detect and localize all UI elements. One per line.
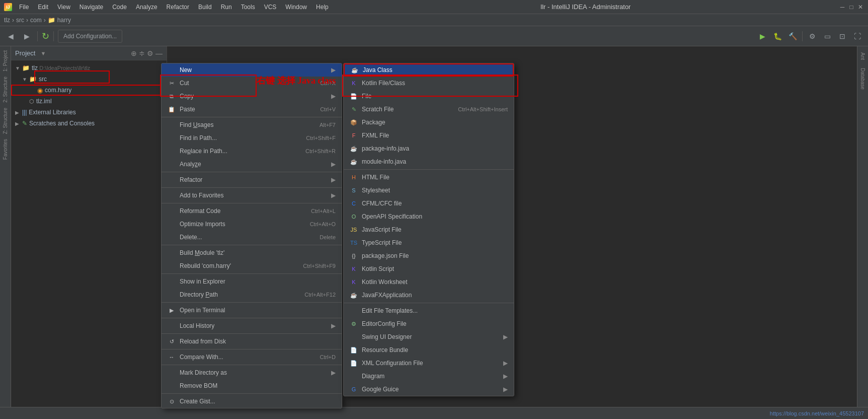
ctx-item-dir-path[interactable]: Directory Path Ctrl+Alt+F12 [162,288,342,301]
sub-item-scratch[interactable]: ✎ Scratch File Ctrl+Alt+Shift+Insert [344,103,514,116]
sub-item-html[interactable]: H HTML File [344,171,514,184]
sub-item-google-guice[interactable]: G Google Guice ▶ [344,383,514,396]
ctx-item-cut[interactable]: ✂ Cut Ctrl+X [162,77,342,90]
sub-item-package-info[interactable]: ☕ package-info.java [344,142,514,155]
menu-refactor[interactable]: Refactor [163,3,193,12]
menu-edit[interactable]: Edit [34,3,52,12]
minimize-button[interactable]: ─ [839,4,846,11]
maximize-button[interactable]: □ [848,4,855,11]
ctx-item-copy[interactable]: ⧉ Copy ▶ [162,90,342,103]
sub-item-fxml[interactable]: F FXML File [344,129,514,142]
breadcrumb-harry[interactable]: harry [57,17,71,24]
breadcrumb-src[interactable]: src [16,17,24,24]
ctx-item-rebuild[interactable]: Rebuild 'com.harry' Ctrl+Shift+F9 [162,259,342,272]
ant-strip-label[interactable]: Ant [859,48,866,64]
sub-item-package[interactable]: 📦 Package [344,116,514,129]
ctx-item-dir-path-left: Directory Path [168,291,218,299]
run-button[interactable]: ▶ [756,30,769,43]
build-button[interactable]: 🔨 [786,30,799,43]
ctx-item-remove-bom[interactable]: Remove BOM [162,379,342,392]
panel-settings-icon[interactable]: ⚙ [147,49,153,57]
menu-view[interactable]: View [53,3,74,12]
menu-help[interactable]: Help [312,3,333,12]
ctx-item-find-usages[interactable]: Find Usages Alt+F7 [162,118,342,131]
sub-item-stylesheet[interactable]: S Stylesheet [344,184,514,197]
breadcrumb-com[interactable]: com [30,17,42,24]
ctx-item-reformat[interactable]: Reformat Code Ctrl+Alt+L [162,204,342,218]
menu-run[interactable]: Run [217,3,236,12]
menu-analyze[interactable]: Analyze [132,3,162,12]
settings-button[interactable]: ⚙ [806,30,819,43]
project-strip-icon[interactable]: 1: Project [2,48,9,74]
sub-item-kotlin[interactable]: K Kotlin File/Class [344,77,514,90]
sub-item-diagram[interactable]: Diagram ▶ [344,370,514,383]
sub-item-package-json-left: {} package.json File [350,252,409,260]
breadcrumb-tlz[interactable]: tlz [4,17,10,24]
structure-strip-icon[interactable]: 2: Structure [2,75,9,105]
panel-collapse-icon[interactable]: ≑ [139,49,145,57]
ctx-item-mark-dir[interactable]: Mark Directory as ▶ [162,366,342,379]
ctx-item-paste[interactable]: 📋 Paste Ctrl+V [162,103,342,116]
ctx-item-build-module[interactable]: Build Module 'tlz' [162,246,342,259]
tree-item-external-libs[interactable]: ▶ ||| External Libraries [11,107,167,118]
ctx-item-replace-path[interactable]: Replace in Path... Ctrl+Shift+R [162,145,342,158]
tree-item-scratches[interactable]: ▶ ✎ Scratches and Consoles [11,118,167,129]
ctx-item-optimize[interactable]: Optimize Imports Ctrl+Alt+O [162,218,342,231]
panel-sync-icon[interactable]: ⊕ [131,49,137,57]
sub-item-javafx[interactable]: ☕ JavaFXApplication [344,289,514,302]
sub-item-swing[interactable]: Swing UI Designer ▶ [344,330,514,343]
menu-code[interactable]: Code [108,3,131,12]
ctx-item-create-gist[interactable]: ⊙ Create Gist... [162,395,342,408]
status-url[interactable]: https://blog.csdn.net/weixin_45523107 [770,410,864,416]
close-button[interactable]: ✕ [857,4,864,11]
ctx-item-show-explorer[interactable]: Show in Explorer [162,275,342,288]
sub-item-js[interactable]: JS JavaScript File [344,223,514,236]
sub-item-xml-config[interactable]: 📄 XML Configuration File ▶ [344,357,514,370]
menu-vcs[interactable]: VCS [260,3,281,12]
z-structure-strip-icon[interactable]: Z: Structure [2,106,9,136]
add-configuration-button[interactable]: Add Configuration... [58,30,122,43]
terminal-button[interactable]: ▭ [821,30,834,43]
favorites-strip-icon[interactable]: Favorites [2,137,9,162]
sub-item-module-info[interactable]: ☕ module-info.java [344,155,514,168]
fullscreen-button[interactable]: ⛶ [851,30,864,43]
sub-item-resource-bundle[interactable]: 📄 Resource Bundle [344,343,514,357]
panel-minimize-icon[interactable]: — [155,49,163,57]
maximize-editor-button[interactable]: ⊡ [836,30,849,43]
database-strip-label[interactable]: Database [859,64,866,94]
navigate-forward-button[interactable]: ▶ [20,30,33,43]
ctx-item-terminal[interactable]: ▶ Open in Terminal [162,304,342,317]
sub-item-file[interactable]: 📄 File [344,90,514,103]
navigate-back-button[interactable]: ◀ [4,30,17,43]
ctx-item-new[interactable]: New ▶ [162,63,342,77]
ctx-item-delete[interactable]: Delete... Delete [162,231,342,244]
sub-item-ts[interactable]: TS TypeScript File [344,236,514,249]
sub-item-kotlin-script[interactable]: K Kotlin Script [344,262,514,275]
sub-item-kotlin-ws[interactable]: K Kotlin Worksheet [344,275,514,289]
sub-item-editorconfig[interactable]: ⚙ EditorConfig File [344,317,514,330]
menu-navigate[interactable]: Navigate [75,3,107,12]
debug-button[interactable]: 🐛 [771,30,784,43]
menu-build[interactable]: Build [194,3,216,12]
sub-item-package-json[interactable]: {} package.json File [344,249,514,262]
ctx-item-local-history[interactable]: Local History ▶ [162,319,342,332]
panel-dropdown-icon[interactable]: ▼ [40,50,46,56]
sub-item-openapi[interactable]: O OpenAPI Specification [344,210,514,223]
menu-window[interactable]: Window [281,3,311,12]
ctx-item-refactor[interactable]: Refactor ▶ [162,173,342,186]
menu-file[interactable]: File [15,3,33,12]
sub-item-cfml[interactable]: C CFML/CFC file [344,197,514,210]
ctx-item-compare[interactable]: ↔ Compare With... Ctrl+D [162,351,342,364]
ctx-item-favorites[interactable]: Add to Favorites ▶ [162,189,342,202]
tree-item-src[interactable]: ▼ 📁 src [11,74,167,85]
ctx-item-analyze[interactable]: Analyze ▶ [162,158,342,171]
ctx-item-reload[interactable]: ↺ Reload from Disk [162,335,342,348]
ctx-copy-arrow: ▶ [331,93,336,100]
menu-tools[interactable]: Tools [237,3,259,12]
sub-item-java-class[interactable]: ☕ Java Class [344,63,514,77]
tree-item-tlz-iml[interactable]: ⬡ tlz.iml [11,96,167,107]
tree-item-tlz[interactable]: ▼ 📁 tlz D:\IdeaProjects\llr\tlz [11,62,167,74]
sub-item-edit-templates[interactable]: Edit File Templates... [344,304,514,317]
ctx-item-find-path[interactable]: Find in Path... Ctrl+Shift+F [162,131,342,145]
tree-item-com-harry[interactable]: ◉ com.harry [11,85,167,96]
